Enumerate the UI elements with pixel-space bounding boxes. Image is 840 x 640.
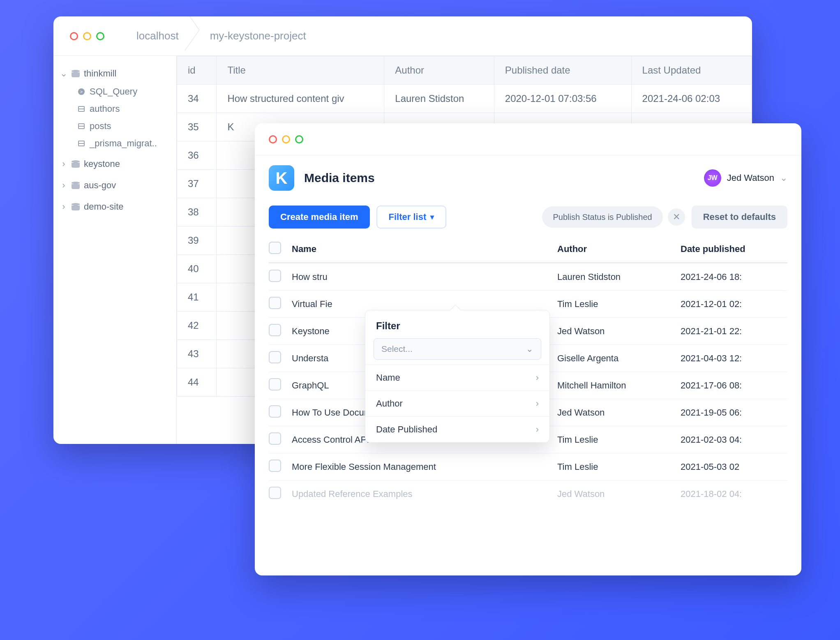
cell-date: 2021-18-02 04: [681, 489, 787, 499]
table-icon [78, 141, 85, 146]
row-checkbox[interactable] [269, 351, 281, 363]
column-date[interactable]: Date published [681, 244, 787, 254]
page-header: K Media items JW Jed Watson ⌄ [255, 155, 801, 195]
table-label: SQL_Query [90, 86, 137, 97]
sidebar-db-item[interactable]: ⌄thinkmill [60, 64, 176, 83]
cell-date: 2021-02-03 04: [681, 434, 787, 445]
user-name: Jed Watson [727, 173, 774, 183]
chevron-down-icon: ⌄ [526, 344, 533, 354]
minimize-icon[interactable] [282, 135, 290, 143]
column-header[interactable]: Published date [494, 56, 631, 85]
cell: 43 [177, 340, 217, 368]
filter-list-button[interactable]: Filter list ▾ [376, 206, 447, 229]
cell-name: Updated Reference Examples [292, 489, 557, 499]
reset-filters-button[interactable]: Reset to defaults [692, 206, 787, 229]
create-item-button[interactable]: Create media item [269, 206, 370, 229]
list-row[interactable]: Updated Reference ExamplesJed Watson2021… [269, 480, 787, 507]
row-checkbox[interactable] [269, 378, 281, 390]
breadcrumb-item[interactable]: localhost [121, 30, 194, 42]
cell-name: How stru [292, 272, 557, 282]
select-all-checkbox[interactable] [269, 242, 281, 254]
filter-option[interactable]: Name› [365, 365, 549, 390]
list-row[interactable]: How struLauren Stidston2021-24-06 18: [269, 263, 787, 290]
cell-author: Lauren Stidston [557, 272, 681, 282]
cell-date: 2021-21-01 22: [681, 326, 787, 337]
sidebar-db-item[interactable]: ›demo-site [60, 197, 176, 216]
column-header[interactable]: id [177, 56, 217, 85]
chevron-right-icon: › [536, 372, 539, 383]
row-checkbox[interactable] [269, 405, 281, 418]
cell-date: 2021-24-06 18: [681, 272, 787, 282]
chevron-down-icon: ▾ [430, 213, 434, 222]
db-label: thinkmill [84, 68, 116, 79]
breadcrumb: localhost my-keystone-project [121, 30, 322, 42]
filter-option-label: Date Published [376, 424, 437, 435]
traffic-lights [70, 32, 104, 40]
cell-author: Giselle Argenta [557, 353, 681, 364]
row-checkbox[interactable] [269, 487, 281, 499]
cell-author: Mitchell Hamilton [557, 380, 681, 391]
sidebar-db-item[interactable]: ›aus-gov [60, 176, 176, 195]
database-icon [72, 203, 80, 210]
column-header[interactable]: Title [217, 56, 384, 85]
sidebar-table-item[interactable]: authors [78, 100, 176, 118]
cell: How structured content giv [217, 85, 384, 113]
remove-filter-button[interactable]: ✕ [668, 208, 685, 226]
chevron-down-icon: ⌄ [60, 68, 67, 79]
zoom-icon[interactable] [295, 135, 303, 143]
chevron-right-icon: › [536, 424, 539, 435]
cell-date: 2021-05-03 02 [681, 462, 787, 472]
select-placeholder: Select... [381, 344, 413, 354]
cell: 35 [177, 113, 217, 141]
list-row[interactable]: More Flexible Session ManagementTim Lesl… [269, 453, 787, 480]
sidebar-table-item[interactable]: _prisma_migrat.. [78, 135, 176, 152]
cell: 38 [177, 198, 217, 226]
table-label: posts [90, 121, 111, 132]
db-label: keystone [84, 159, 120, 169]
sidebar-table-item[interactable]: >SQL_Query [78, 83, 176, 100]
filter-field-select[interactable]: Select... ⌄ [374, 338, 541, 360]
cell-name: More Flexible Session Management [292, 462, 557, 472]
chevron-down-icon: ⌄ [780, 173, 787, 183]
column-name[interactable]: Name [292, 244, 557, 254]
breadcrumb-item[interactable]: my-keystone-project [194, 30, 322, 42]
terminal-icon: > [78, 88, 85, 95]
column-header[interactable]: Last Updated [631, 56, 752, 85]
active-filter-chip[interactable]: Publish Status is Published [542, 206, 662, 228]
cell-date: 2021-12-01 02: [681, 299, 787, 310]
filter-option-label: Name [376, 372, 400, 383]
filter-popover: Filter Select... ⌄ Name›Author›Date Publ… [365, 310, 550, 443]
filter-option[interactable]: Date Published› [365, 416, 549, 442]
row-checkbox[interactable] [269, 297, 281, 309]
cell: 42 [177, 312, 217, 340]
column-header[interactable]: Author [384, 56, 494, 85]
row-checkbox[interactable] [269, 432, 281, 445]
filter-option-label: Author [376, 398, 403, 409]
cell-author: Jed Watson [557, 489, 681, 499]
keystone-admin-window: K Media items JW Jed Watson ⌄ Create med… [255, 123, 801, 575]
cell: Lauren Stidston [384, 85, 494, 113]
db-label: demo-site [84, 201, 124, 212]
table-row[interactable]: 34How structured content givLauren Stids… [177, 85, 752, 113]
cell-author: Jed Watson [557, 326, 681, 337]
cell-date: 2021-19-05 06: [681, 407, 787, 418]
sidebar-table-item[interactable]: posts [78, 118, 176, 135]
user-menu[interactable]: JW Jed Watson ⌄ [704, 169, 787, 187]
row-checkbox[interactable] [269, 460, 281, 472]
chevron-right-icon: › [60, 180, 67, 191]
row-checkbox[interactable] [269, 324, 281, 336]
sidebar-db-item[interactable]: ›keystone [60, 155, 176, 173]
close-icon[interactable] [269, 135, 277, 143]
row-checkbox[interactable] [269, 270, 281, 282]
cell: 2021-24-06 02:03 [631, 85, 752, 113]
cell: 40 [177, 255, 217, 283]
column-author[interactable]: Author [557, 244, 681, 254]
database-icon [72, 182, 80, 189]
filter-option[interactable]: Author› [365, 390, 549, 416]
cell: 39 [177, 226, 217, 255]
cell: 41 [177, 283, 217, 312]
minimize-icon[interactable] [83, 32, 91, 40]
cell-name: Virtual Fie [292, 299, 557, 310]
zoom-icon[interactable] [96, 32, 104, 40]
close-icon[interactable] [70, 32, 78, 40]
